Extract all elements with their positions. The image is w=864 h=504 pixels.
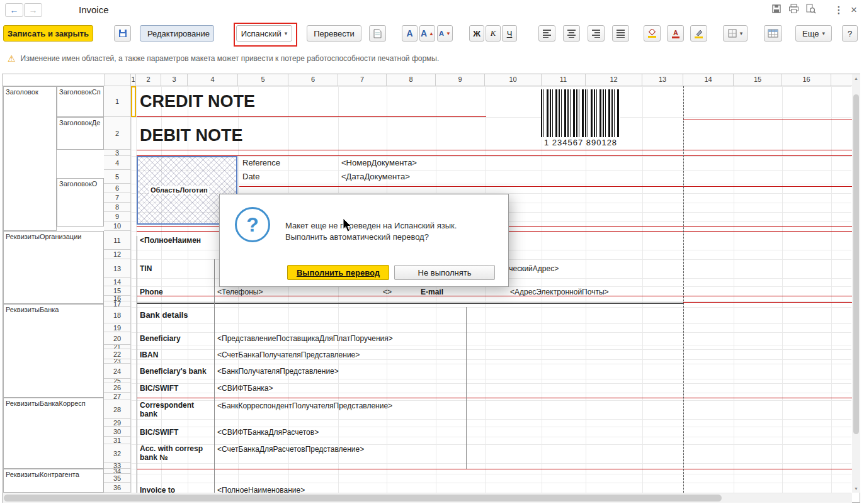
sheet-cell[interactable]: Correspondent bank [140,401,210,418]
row-header[interactable]: 16 [104,296,131,301]
row-header[interactable]: 21 [104,345,131,349]
sheet-cell[interactable]: DEBIT NOTE [140,126,243,145]
sheet-cell[interactable]: <СВИФТБанкаДляРасчетов> [217,427,319,437]
sheet-cell[interactable]: <ПолноеНаимен [140,235,201,245]
row-header[interactable]: 6 [104,184,131,193]
row-header[interactable]: 20 [104,332,131,345]
sheet-cell[interactable]: IBAN [140,350,158,360]
column-header[interactable]: 13 [642,74,683,86]
area-name[interactable]: РеквизитыКонтрагента [3,469,104,493]
column-header[interactable]: 8 [387,74,436,86]
sheet-cell[interactable]: Reference [242,158,280,168]
row-header[interactable]: 5 [104,170,131,184]
row-header[interactable]: 4 [104,156,131,170]
area-name[interactable]: РеквизитыОрганизации [3,231,104,304]
sheet-cell[interactable]: BIC/SWIFT [140,383,178,393]
sheet-cell[interactable]: <СчетБанкаПолучателяПредставление> [217,350,360,360]
area-name[interactable]: ЗаголовокДе [57,117,104,150]
column-header[interactable]: 9 [436,74,485,86]
row-header[interactable]: 17 [104,301,131,307]
row-header[interactable]: 19 [104,323,131,332]
vertical-scrollbar-thumb[interactable] [853,94,859,434]
row-header[interactable]: 8 [104,203,131,212]
row-header[interactable]: 12 [104,250,131,259]
column-header[interactable]: 10 [485,74,542,86]
column-header[interactable]: 3 [161,74,188,86]
area-name[interactable]: РеквизитыБанка [3,304,104,398]
sheet-cell[interactable]: Date [242,172,259,182]
area-name-label: ЗаголовокДе [57,118,103,128]
row-header[interactable]: 9 [104,212,131,221]
column-header[interactable]: 2 [136,74,161,86]
row-header[interactable]: 26 [104,383,131,393]
row-header[interactable]: 36 [104,483,131,493]
sheet-cell[interactable]: Bank details [140,310,188,320]
row-header[interactable]: 31 [104,437,131,444]
column-header[interactable]: 14 [683,74,734,86]
row-header[interactable]: 25 [104,379,131,383]
sheet-cell[interactable]: <ДатаДокумента> [341,172,410,182]
row-header[interactable]: 35 [104,474,131,483]
row-header[interactable]: 2 [104,117,131,150]
column-header[interactable]: 4 [188,74,238,86]
area-name[interactable]: ЗаголовокСп [57,86,104,117]
sheet-cell[interactable]: BIC/SWIFT [140,427,178,437]
column-header[interactable]: 5 [238,74,288,86]
sheet-cell[interactable]: Beneficiary's bank [140,366,207,376]
row-header[interactable]: 15 [104,286,131,296]
row-header[interactable]: 30 [104,427,131,437]
row-header[interactable]: 22 [104,349,131,359]
area-name[interactable]: ЗаголовокО [57,178,104,227]
sheet-cell[interactable]: <СчетБанкаДляРасчетовПредставление> [217,444,364,454]
area-name[interactable]: Заголовок [3,86,57,231]
sheet-cell[interactable]: Acc. with corresp bank № [140,444,214,462]
sheet-cell[interactable]: TIN [140,264,152,274]
row-header[interactable]: 14 [104,278,131,286]
sheet-cell[interactable]: <ПредставлениеПоставщикаДляПлатПоручения… [217,333,393,344]
grid-line-v [188,86,188,493]
column-header[interactable]: 16 [782,74,831,86]
column-header[interactable]: 11 [542,74,586,86]
scroll-up-icon[interactable]: ▲ [852,75,860,82]
sheet-cell[interactable]: <НомерДокумента> [341,158,417,168]
barcode-image [541,89,620,137]
area-name[interactable]: РеквизитыБанкаКорресп [3,398,104,469]
row-header[interactable]: 11 [104,231,131,250]
red-separator-line [137,296,856,296]
column-header[interactable]: 6 [288,74,338,86]
row-header[interactable]: 3 [104,150,131,156]
row-header[interactable]: 29 [104,419,131,427]
column-header[interactable]: 7 [338,74,387,86]
row-header[interactable]: 27 [104,393,131,400]
sheet-cell[interactable]: <СВИФТБанка> [217,383,273,393]
row-header[interactable]: 28 [104,400,131,419]
row-header[interactable]: 18 [104,307,131,323]
red-separator-line [683,120,856,120]
column-header[interactable]: 12 [586,74,642,86]
row-header[interactable]: 1 [104,86,131,117]
horizontal-scrollbar-thumb[interactable] [4,495,722,501]
scroll-down-icon[interactable]: ▼ [852,485,860,493]
row-header[interactable]: 24 [104,364,131,379]
row-header[interactable]: 7 [104,193,131,203]
sheet-cell[interactable]: <БанкПолучателяПредставление> [217,366,339,376]
column-header[interactable]: 15 [734,74,782,86]
row-header[interactable]: 33 [104,463,131,469]
row-header[interactable]: 23 [104,359,131,364]
grid-line-v [734,86,734,493]
red-separator-line [137,116,486,117]
sheet-cell[interactable]: <БанкКорреспондентПолучателяПредставлени… [217,401,392,411]
select-all-corner[interactable] [104,74,131,86]
sheet-cell[interactable]: CREDIT NOTE [140,92,255,111]
sheet-cell[interactable]: Beneficiary [140,333,181,344]
area-name-label: ЗаголовокО [57,179,103,189]
red-separator-line [137,150,856,150]
translate-confirm-button[interactable]: Выполнить перевод [287,265,389,280]
row-header[interactable]: 13 [104,259,131,278]
row-header[interactable]: 34 [104,469,131,474]
row-header[interactable]: 10 [104,221,131,231]
row-header[interactable]: 32 [104,444,131,463]
column-header[interactable]: 1 [131,74,136,86]
grid-line-h [131,463,851,464]
translate-decline-button[interactable]: Не выполнять [394,265,495,280]
